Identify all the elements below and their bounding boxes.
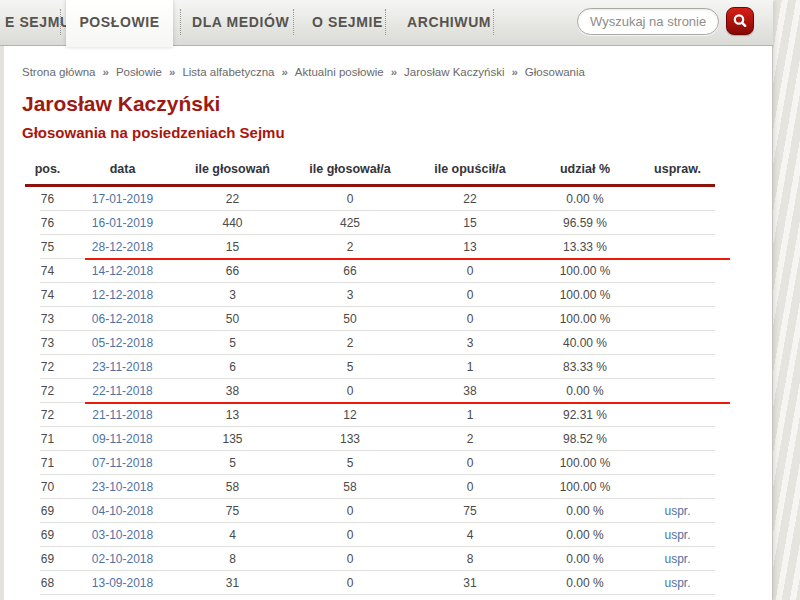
search-button[interactable] [726,7,754,35]
date-link[interactable]: 07-11-2018 [70,456,175,470]
date-link[interactable]: 13-09-2018 [70,576,175,590]
date-link[interactable]: 22-11-2018 [70,384,175,398]
sitting-number-cell: 70 [25,480,70,494]
nav-separator [493,9,494,35]
breadcrumb-item-lista-alfabetyczna[interactable]: Lista alfabetyczna [182,66,274,78]
breadcrumb-separator: » [504,66,524,78]
row-separator [40,594,715,595]
breadcrumb-item-glosowania[interactable]: Głosowania [525,66,585,78]
votes-missed-cell: 31 [410,576,530,590]
votes-total-cell: 75 [175,504,290,518]
votes-missed-cell: 75 [410,504,530,518]
excused-link[interactable]: uspr. [640,576,715,590]
date-link[interactable]: 28-12-2018 [70,240,175,254]
date-link[interactable]: 03-10-2018 [70,528,175,542]
table-row: 72 21-11-2018 13 12 1 92.31 % [25,403,715,427]
nav-tab-dla-mediow[interactable]: DLA MEDIÓW [192,14,289,30]
date-link[interactable]: 04-10-2018 [70,504,175,518]
breadcrumb-item-poslowie[interactable]: Posłowie [116,66,162,78]
nav-separator [60,9,61,35]
participation-cell: 0.00 % [530,552,640,566]
sitting-number-cell: 69 [25,528,70,542]
excused-link[interactable]: uspr. [640,528,715,542]
nav-tab-o-sejmie[interactable]: O SEJMIE [312,14,383,30]
breadcrumb-separator: » [384,66,404,78]
col-header-data: data [70,162,175,176]
votes-missed-cell: 4 [410,528,530,542]
sitting-number-cell: 71 [25,456,70,470]
col-header-glosowan: ile głosowań [175,162,290,176]
votes-missed-cell: 0 [410,456,530,470]
participation-cell: 0.00 % [530,384,640,398]
breadcrumb-item-aktualni-poslowie[interactable]: Aktualni posłowie [295,66,384,78]
sitting-number-cell: 72 [25,360,70,374]
votes-total-cell: 50 [175,312,290,326]
sitting-number-cell: 75 [25,240,70,254]
table-row: 76 17-01-2019 22 0 22 0.00 % [25,187,715,211]
table-row: 68 13-09-2018 31 0 31 0.00 % uspr. [25,571,715,595]
sitting-number-cell: 74 [25,264,70,278]
votes-missed-cell: 13 [410,240,530,254]
nav-tab-poslowie[interactable]: POSŁOWIE [66,0,173,47]
breadcrumb-item-kaczynski[interactable]: Jarosław Kaczyński [404,66,504,78]
sitting-number-cell: 72 [25,384,70,398]
table-row: 74 14-12-2018 66 66 0 100.00 % [25,259,715,283]
date-link[interactable]: 02-10-2018 [70,552,175,566]
date-link[interactable]: 17-01-2019 [70,192,175,206]
date-link[interactable]: 16-01-2019 [70,216,175,230]
participation-cell: 100.00 % [530,312,640,326]
date-link[interactable]: 09-11-2018 [70,432,175,446]
votes-cast-cell: 12 [290,408,410,422]
content-column: E SEJMU POSŁOWIE DLA MEDIÓW O SEJMIE ARC… [0,0,773,600]
date-link[interactable]: 23-10-2018 [70,480,175,494]
search-box [577,8,719,35]
date-link[interactable]: 23-11-2018 [70,360,175,374]
nav-tab-archiwum[interactable]: ARCHIWUM [407,14,491,30]
excused-link[interactable]: uspr. [640,504,715,518]
votes-total-cell: 66 [175,264,290,278]
table-row: 73 05-12-2018 5 2 3 40.00 % [25,331,715,355]
date-link[interactable]: 14-12-2018 [70,264,175,278]
votes-cast-cell: 0 [290,552,410,566]
sitting-number-cell: 69 [25,504,70,518]
page-title: Jarosław Kaczyński [22,92,220,116]
table-row: 73 06-12-2018 50 50 0 100.00 % [25,307,715,331]
participation-cell: 0.00 % [530,576,640,590]
votes-cast-cell: 50 [290,312,410,326]
participation-cell: 0.00 % [530,504,640,518]
table-row: 72 22-11-2018 38 0 38 0.00 % [25,379,715,403]
nav-separator [385,9,386,35]
votes-cast-cell: 66 [290,264,410,278]
votes-total-cell: 4 [175,528,290,542]
sitting-number-cell: 71 [25,432,70,446]
page-subtitle: Głosowania na posiedzeniach Sejmu [22,124,285,141]
breadcrumb-separator: » [96,66,116,78]
sitting-number-cell: 69 [25,552,70,566]
votes-total-cell: 5 [175,456,290,470]
votes-cast-cell: 2 [290,336,410,350]
col-header-udzial: udział % [530,162,640,176]
table-row: 69 04-10-2018 75 0 75 0.00 % uspr. [25,499,715,523]
table-row: 72 23-11-2018 6 5 1 83.33 % [25,355,715,379]
date-link[interactable]: 05-12-2018 [70,336,175,350]
table-row: 75 28-12-2018 15 2 13 13.33 % [25,235,715,259]
breadcrumb-item-home[interactable]: Strona główna [22,66,96,78]
votes-cast-cell: 0 [290,504,410,518]
col-header-uspraw: uspraw. [640,162,715,176]
votes-missed-cell: 15 [410,216,530,230]
date-link[interactable]: 12-12-2018 [70,288,175,302]
participation-cell: 100.00 % [530,456,640,470]
table-row: 71 09-11-2018 135 133 2 98.52 % [25,427,715,451]
participation-cell: 13.33 % [530,240,640,254]
votes-cast-cell: 0 [290,528,410,542]
votes-cast-cell: 425 [290,216,410,230]
search-input[interactable] [578,9,718,34]
participation-cell: 100.00 % [530,264,640,278]
excused-link[interactable]: uspr. [640,552,715,566]
sitting-number-cell: 72 [25,408,70,422]
participation-cell: 0.00 % [530,528,640,542]
col-header-glosowal: ile głosował/a [290,162,410,176]
table-header-row: pos. data ile głosowań ile głosował/a il… [25,156,715,182]
date-link[interactable]: 21-11-2018 [70,408,175,422]
date-link[interactable]: 06-12-2018 [70,312,175,326]
